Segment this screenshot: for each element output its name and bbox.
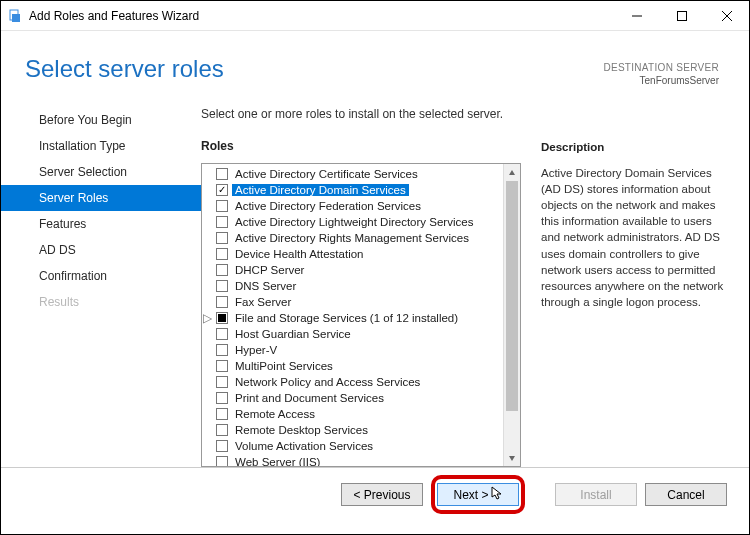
role-label: Fax Server [232,296,294,308]
description-heading: Description [541,139,731,155]
role-checkbox[interactable] [216,216,228,228]
role-row[interactable]: Active Directory Federation Services [214,198,520,214]
role-checkbox[interactable] [216,184,228,196]
role-checkbox[interactable] [216,248,228,260]
main-area: Before You BeginInstallation TypeServer … [1,97,749,467]
role-label: MultiPoint Services [232,360,336,372]
cancel-button[interactable]: Cancel [645,483,727,506]
sidebar-item-installation-type[interactable]: Installation Type [1,133,201,159]
roles-scrollbar[interactable] [503,164,520,466]
role-checkbox[interactable] [216,392,228,404]
close-button[interactable] [704,1,749,30]
description-column: Description Active Directory Domain Serv… [541,139,735,467]
role-checkbox[interactable] [216,456,228,466]
role-label: Print and Document Services [232,392,387,404]
role-label: Active Directory Domain Services [232,184,409,196]
role-row[interactable]: DHCP Server [214,262,520,278]
sidebar-item-confirmation[interactable]: Confirmation [1,263,201,289]
role-checkbox[interactable] [216,440,228,452]
svg-marker-8 [492,487,501,499]
role-label: File and Storage Services (1 of 12 insta… [232,312,461,324]
sidebar-item-ad-ds[interactable]: AD DS [1,237,201,263]
role-checkbox[interactable] [216,312,228,324]
scroll-track[interactable] [504,181,520,449]
role-checkbox[interactable] [216,264,228,276]
role-row[interactable]: Active Directory Lightweight Directory S… [214,214,520,230]
expander-icon[interactable]: ▷ [202,311,212,325]
role-checkbox[interactable] [216,168,228,180]
roles-listbox[interactable]: Active Directory Certificate ServicesAct… [201,163,521,467]
role-checkbox[interactable] [216,296,228,308]
role-label: Device Health Attestation [232,248,367,260]
destination-info: DESTINATION SERVER TenForumsServer [603,55,719,87]
role-label: DNS Server [232,280,299,292]
scroll-down-icon[interactable] [504,449,520,466]
role-row[interactable]: Fax Server [214,294,520,310]
install-button: Install [555,483,637,506]
role-row[interactable]: Remote Desktop Services [214,422,520,438]
role-label: Web Server (IIS) [232,456,323,466]
role-row[interactable]: Device Health Attestation [214,246,520,262]
role-row[interactable]: Active Directory Domain Services [214,182,520,198]
wizard-footer: < Previous Next > Install Cancel [1,467,749,521]
role-row[interactable]: Remote Access [214,406,520,422]
scroll-thumb[interactable] [506,181,518,411]
role-row[interactable]: DNS Server [214,278,520,294]
next-button-callout: Next > [431,475,525,514]
role-checkbox[interactable] [216,376,228,388]
role-row[interactable]: Print and Document Services [214,390,520,406]
next-button-label: Next > [453,488,488,502]
sidebar-item-before-you-begin[interactable]: Before You Begin [1,107,201,133]
role-row[interactable]: Volume Activation Services [214,438,520,454]
role-checkbox[interactable] [216,424,228,436]
header: Select server roles DESTINATION SERVER T… [1,31,749,97]
sidebar-item-features[interactable]: Features [1,211,201,237]
role-label: Hyper-V [232,344,280,356]
role-label: Active Directory Certificate Services [232,168,421,180]
previous-button[interactable]: < Previous [341,483,423,506]
role-checkbox[interactable] [216,200,228,212]
role-row[interactable]: Host Guardian Service [214,326,520,342]
destination-server: TenForumsServer [603,74,719,87]
role-label: Network Policy and Access Services [232,376,423,388]
instruction-text: Select one or more roles to install on t… [201,107,735,121]
role-row[interactable]: Active Directory Certificate Services [214,166,520,182]
title-bar: Add Roles and Features Wizard [1,1,749,31]
role-label: Remote Desktop Services [232,424,371,436]
role-row[interactable]: Network Policy and Access Services [214,374,520,390]
role-checkbox[interactable] [216,408,228,420]
role-checkbox[interactable] [216,280,228,292]
description-text: Active Directory Domain Services (AD DS)… [541,165,731,310]
role-label: Active Directory Rights Management Servi… [232,232,472,244]
scroll-up-icon[interactable] [504,164,520,181]
role-row[interactable]: Active Directory Rights Management Servi… [214,230,520,246]
role-checkbox[interactable] [216,344,228,356]
role-label: DHCP Server [232,264,307,276]
role-checkbox[interactable] [216,360,228,372]
content-area: Select one or more roles to install on t… [201,97,749,467]
role-checkbox[interactable] [216,328,228,340]
role-label: Remote Access [232,408,318,420]
role-label: Host Guardian Service [232,328,354,340]
sidebar-item-server-selection[interactable]: Server Selection [1,159,201,185]
wizard-sidebar: Before You BeginInstallation TypeServer … [1,97,201,467]
role-row[interactable]: MultiPoint Services [214,358,520,374]
sidebar-item-server-roles[interactable]: Server Roles [1,185,201,211]
role-row[interactable]: Hyper-V [214,342,520,358]
role-label: Volume Activation Services [232,440,376,452]
destination-label: DESTINATION SERVER [603,61,719,74]
role-checkbox[interactable] [216,232,228,244]
next-button[interactable]: Next > [437,483,519,506]
svg-rect-1 [12,14,20,22]
role-row[interactable]: ▷File and Storage Services (1 of 12 inst… [214,310,520,326]
app-icon [7,8,23,24]
page-title: Select server roles [25,55,603,83]
sidebar-item-results: Results [1,289,201,315]
minimize-button[interactable] [614,1,659,30]
role-label: Active Directory Federation Services [232,200,424,212]
role-row[interactable]: Web Server (IIS) [214,454,520,466]
maximize-button[interactable] [659,1,704,30]
svg-rect-3 [677,11,686,20]
svg-marker-6 [509,170,515,175]
cursor-icon [491,486,503,503]
